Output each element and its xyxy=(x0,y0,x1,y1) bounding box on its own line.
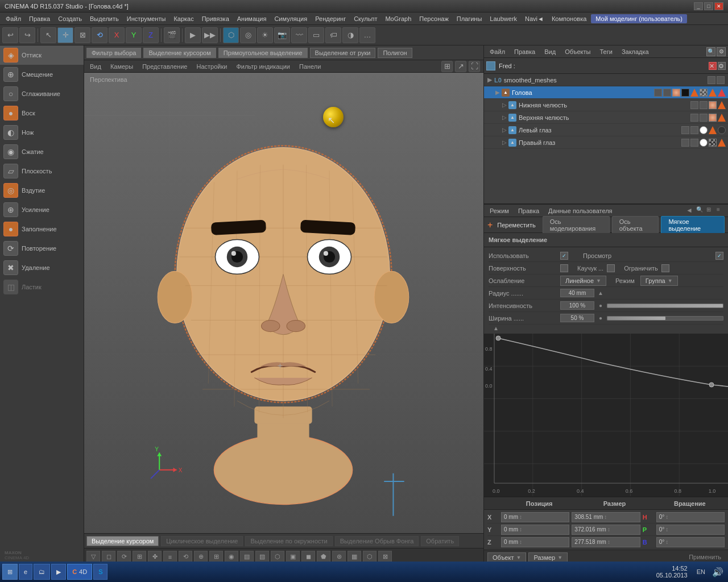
menu-navi[interactable]: Navi◄ xyxy=(522,14,547,23)
start-button[interactable]: ⊞ xyxy=(2,564,18,580)
x-axis[interactable]: X xyxy=(109,27,125,43)
layer-vis[interactable] xyxy=(708,76,715,84)
taskbar-files[interactable]: 🗂 xyxy=(34,564,50,580)
sub-settings[interactable]: Настройки xyxy=(194,62,229,71)
cursor-sel-btn[interactable]: Выделение курсором xyxy=(86,536,159,546)
vis-icon[interactable] xyxy=(654,89,662,97)
psr-y-pos-arrow[interactable]: ↕ xyxy=(519,526,522,533)
tool-udaleniye[interactable]: ✖ Удаление xyxy=(0,258,84,277)
tool-sglazhivanie[interactable]: ○ Сглаживание xyxy=(0,84,84,103)
tool-vosk[interactable]: ● Воск xyxy=(0,103,84,123)
re-mat-checker[interactable] xyxy=(709,139,717,147)
fred-settings-btn[interactable]: ⚙ xyxy=(718,62,726,70)
uj-render[interactable] xyxy=(700,114,708,122)
menu-select[interactable]: Выделить xyxy=(86,14,122,23)
light-btn[interactable]: ☀ xyxy=(257,27,273,43)
sub-cameras[interactable]: Камеры xyxy=(108,62,135,71)
move-button[interactable]: ✛ xyxy=(57,27,73,43)
floor-btn[interactable]: ▭ xyxy=(308,27,324,43)
menu-mesh[interactable]: Каркас xyxy=(170,14,197,23)
cycle-sel-btn[interactable]: Циклическое выделение xyxy=(161,536,243,546)
mat-skin[interactable] xyxy=(672,89,680,97)
falloff-dropdown[interactable]: Линейное ▼ xyxy=(560,276,606,286)
cube-btn[interactable]: ⬡ xyxy=(223,27,239,43)
taskbar-media[interactable]: ▶ xyxy=(51,564,66,580)
le-vis[interactable] xyxy=(681,126,689,134)
viewport-canvas[interactable]: Перспектива xyxy=(84,73,483,533)
play-btn[interactable]: ▶ xyxy=(185,27,201,43)
attr-menu-mode[interactable]: Режим xyxy=(486,206,512,215)
prop-use-check[interactable]: ✓ xyxy=(560,252,568,260)
render-icon[interactable] xyxy=(663,89,671,97)
prop-surface-check[interactable] xyxy=(560,264,568,272)
maximize-button[interactable]: □ xyxy=(704,2,713,10)
taskbar-skype[interactable]: S xyxy=(93,564,107,580)
prop-rubber-check[interactable] xyxy=(607,264,615,272)
tool-zapolneniye[interactable]: ● Заполнение xyxy=(0,219,84,239)
menu-sim[interactable]: Симуляция xyxy=(271,14,311,23)
psr-z-pos-arrow[interactable]: ↕ xyxy=(519,539,522,545)
sub-panels[interactable]: Панели xyxy=(297,62,323,71)
obj-menu-edit[interactable]: Правка xyxy=(511,47,539,56)
prop-preview-check[interactable]: ✓ xyxy=(715,252,723,260)
psr-x-size-arrow[interactable]: ↕ xyxy=(604,514,607,520)
tool-smeshenie[interactable]: ⊕ Смещение xyxy=(0,65,84,84)
window-controls[interactable]: _ □ ✕ xyxy=(694,2,723,10)
attr-icon3[interactable]: ≡ xyxy=(717,206,726,215)
taskbar-ie[interactable]: e xyxy=(19,564,32,580)
psr-b-rot-arrow[interactable]: ↕ xyxy=(665,539,668,545)
re-mat-white[interactable] xyxy=(700,139,708,147)
menu-plugins[interactable]: Плагины xyxy=(453,14,486,23)
lj-mat-skin[interactable] xyxy=(709,101,717,109)
menu-create[interactable]: Создать xyxy=(55,14,85,23)
tool-nozh[interactable]: ◐ Нож xyxy=(0,123,84,142)
tool-ploskost[interactable]: ▱ Плоскость xyxy=(0,161,84,181)
psr-y-pos[interactable]: 0 mm ↕ xyxy=(501,525,569,535)
psr-b-rot[interactable]: 0° ↕ xyxy=(656,537,725,547)
menu-tools[interactable]: Инструменты xyxy=(123,14,169,23)
mat-dark[interactable] xyxy=(681,89,689,97)
camera2-btn[interactable]: 📷 xyxy=(274,27,290,43)
lj-vis[interactable] xyxy=(690,101,698,109)
le-render[interactable] xyxy=(690,126,698,134)
invert-sel-btn[interactable]: Обратить xyxy=(421,536,459,546)
obj-menu-objects[interactable]: Объекты xyxy=(561,47,594,56)
lj-render[interactable] xyxy=(700,101,708,109)
tool-szhatiye[interactable]: ◉ Сжатие xyxy=(0,142,84,161)
psr-z-size[interactable]: 277.518 mm ↕ xyxy=(572,537,640,547)
width-value[interactable]: 50 % xyxy=(560,314,594,322)
attr-arrow-left[interactable]: ◄ xyxy=(686,206,695,215)
psr-y-size[interactable]: 372.016 mm ↕ xyxy=(572,525,640,535)
psr-h-rot-arrow[interactable]: ↕ xyxy=(665,514,668,520)
sub-view[interactable]: Вид xyxy=(88,62,104,71)
mat-checker[interactable] xyxy=(700,89,708,97)
attr-menu-edit[interactable]: Правка xyxy=(515,206,543,215)
y-axis[interactable]: Y xyxy=(126,27,142,43)
minimize-button[interactable]: _ xyxy=(694,2,703,10)
layer-lock[interactable] xyxy=(717,76,725,84)
vp-icon1[interactable]: ⊞ xyxy=(441,61,453,72)
psr-x-pos-arrow[interactable]: ↕ xyxy=(519,514,522,520)
uj-mat-skin[interactable] xyxy=(709,114,717,122)
freehand-select-btn[interactable]: Выделение от руки xyxy=(310,48,376,58)
tree-item-upper-jaw[interactable]: ▷ ▲ Верхняя челюсть xyxy=(484,111,728,124)
tool-povtoreniye[interactable]: ⟳ Повторение xyxy=(0,239,84,258)
obj-menu-bookmark[interactable]: Закладка xyxy=(618,47,652,56)
taskbar-cinema4d[interactable]: C4D xyxy=(67,564,92,580)
tab-modeling-axis[interactable]: Ось моделирования xyxy=(543,216,610,234)
menu-compose[interactable]: Компоновка xyxy=(548,14,590,23)
select-button[interactable]: ↖ xyxy=(40,27,56,43)
vp-icon3[interactable]: ⛶ xyxy=(469,61,480,72)
re-vis[interactable] xyxy=(681,139,689,147)
attr-search[interactable]: 🔍 xyxy=(696,206,705,215)
tab-soft-selection[interactable]: Мягкое выделение xyxy=(661,216,725,234)
prop-limit-check[interactable] xyxy=(661,264,669,272)
falloff-graph[interactable]: 0.8 0.4 0.0 0.0 0.2 0.4 0.6 0.8 1.0 xyxy=(484,334,728,496)
fred-close-btn[interactable]: ✕ xyxy=(709,62,717,70)
psr-z-size-arrow[interactable]: ↕ xyxy=(607,539,610,545)
menu-sculpt[interactable]: Скульпт xyxy=(350,14,380,23)
mode-dropdown[interactable]: Группа ▼ xyxy=(640,276,678,286)
tree-item-lower-jaw[interactable]: ▷ ▲ Нижняя челюсть xyxy=(484,99,728,111)
obj-menu-file[interactable]: Файл xyxy=(486,47,508,56)
rect-select-btn[interactable]: Прямоугольное выделение xyxy=(218,48,308,58)
